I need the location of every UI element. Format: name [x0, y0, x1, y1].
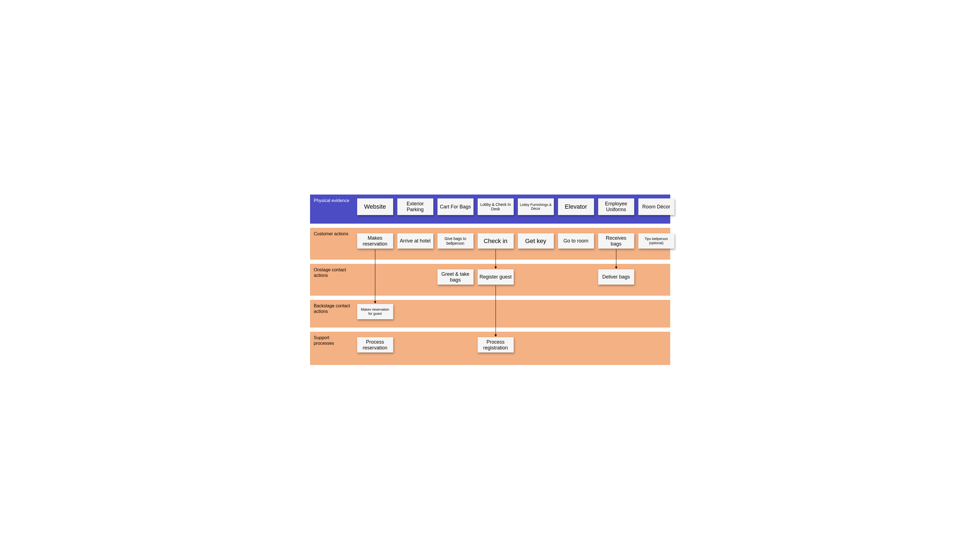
note-ca-reservation: Makes reservation	[357, 233, 393, 249]
note-pe-parking: Exterior Parking	[397, 199, 433, 215]
note-pe-cart: Cart For Bags	[437, 199, 473, 215]
note-pe-elevator: Elevator	[558, 199, 594, 215]
lane-label-onstage: Onstage contact actions	[310, 264, 354, 278]
note-ca-tips: Tips bellperson (optional)	[639, 233, 674, 249]
note-ca-receive-bags: Receives bags	[598, 233, 634, 249]
note-bs-reservation: Makes reservation for guest	[357, 304, 393, 319]
lane-backstage-contact-actions: Backstage contact actions Makes reservat…	[310, 300, 670, 327]
lane-label-physical-evidence: Physical evidence	[310, 195, 354, 204]
note-sp-process-reg: Process registration	[478, 337, 514, 352]
lane-label-backstage: Backstage contact actions	[310, 300, 354, 314]
lane-label-customer-actions: Customer actions	[310, 228, 354, 237]
note-on-deliver: Deliver bags	[598, 269, 634, 285]
note-pe-lobby-desk: Lobby & Check In Desk	[478, 199, 514, 215]
note-ca-go-room: Go to room	[558, 233, 594, 249]
service-blueprint-diagram: Physical evidence Website Exterior Parki…	[296, 168, 684, 389]
note-ca-give-bags: Give bags to bellperson	[437, 233, 473, 249]
note-on-greet: Greet & take bags	[437, 269, 473, 285]
note-ca-arrive: Arrive at hotel	[397, 233, 433, 249]
note-pe-uniforms: Employee Uniforms	[598, 199, 634, 215]
note-on-register: Register guest	[478, 269, 514, 285]
lane-customer-actions: Customer actions Makes reservation Arriv…	[310, 228, 670, 260]
note-pe-room: Room Décor	[639, 199, 674, 215]
lane-label-support: Support processes	[310, 332, 354, 346]
note-ca-getkey: Get key	[518, 233, 554, 249]
note-pe-lobby-furn: Lobby Furnishings & Décor	[518, 199, 554, 215]
lane-onstage-contact-actions: Onstage contact actions Greet & take bag…	[310, 264, 670, 296]
note-ca-checkin: Check in	[478, 233, 514, 249]
lane-physical-evidence: Physical evidence Website Exterior Parki…	[310, 195, 670, 224]
note-pe-website: Website	[357, 199, 393, 215]
note-sp-process-res: Process reservation	[357, 337, 393, 352]
lane-support-processes: Support processes Process reservation Pr…	[310, 332, 670, 365]
